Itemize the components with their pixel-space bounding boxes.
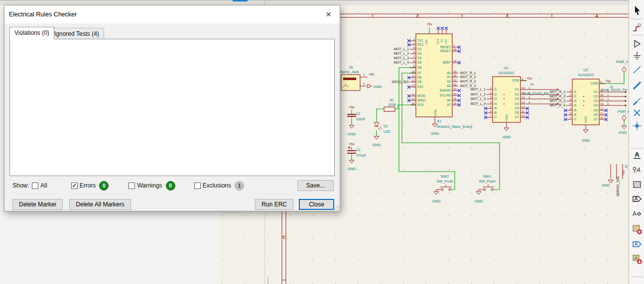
sheet-pin-icon: A [632, 254, 643, 265]
no-connect-flag-icon [632, 107, 643, 118]
place-symbol-icon [632, 38, 643, 49]
tool-draw-bus[interactable] [631, 80, 643, 92]
close-icon[interactable]: ✕ [317, 5, 340, 23]
tool-netclass-directive[interactable]: A [631, 164, 643, 176]
tool-junction[interactable] [631, 120, 643, 132]
svg-text:A: A [636, 167, 641, 174]
import-sheet-pin-icon: A [632, 239, 643, 250]
erc-dialog: Electrical Rules Checker ✕ Violations (0… [4, 5, 340, 211]
toolbar-separator [631, 148, 643, 149]
svg-text:A: A [635, 241, 638, 247]
selection-cursor-icon [632, 5, 643, 16]
tool-bus-entry[interactable] [631, 95, 643, 107]
tool-highlight-net[interactable] [631, 22, 643, 34]
tool-import-sheet-pin[interactable]: A [631, 238, 643, 250]
draw-wire-icon [632, 64, 643, 75]
tool-net-label[interactable]: A [631, 149, 643, 161]
place-power-port-icon [632, 50, 643, 61]
tool-hierarchical-label[interactable]: A [631, 208, 643, 220]
svg-text:A: A [635, 196, 638, 201]
exclusions-count-badge: 1 [235, 181, 244, 190]
warnings-count-badge: 0 [166, 181, 175, 190]
toolbar-separator [631, 35, 643, 35]
right-toolbar: AAAAAA [629, 0, 644, 284]
app-window: 1TX12RX15D2MOT_L_16D3MOT_L_27D4MOT_L_38D… [0, 0, 644, 284]
hierarchical-label-icon: A [632, 208, 643, 219]
delete-all-markers-button[interactable]: Delete All Markers [69, 199, 130, 210]
tool-selection-cursor[interactable] [631, 4, 643, 16]
checkbox-exclusions-label[interactable]: Exclusions [203, 182, 231, 189]
toolbar-separator [631, 277, 643, 277]
close-button[interactable]: Close [299, 199, 334, 210]
tool-place-symbol[interactable] [631, 38, 643, 50]
checkbox-errors-label[interactable]: Errors [80, 182, 96, 189]
junction-icon [632, 120, 643, 131]
tool-no-connect-flag[interactable] [631, 107, 643, 119]
svg-text:A: A [633, 210, 637, 217]
tab-ignored[interactable]: Ignored Tests (4) [49, 28, 104, 39]
checkbox-warnings[interactable] [129, 183, 135, 189]
tool-sheet-pin[interactable]: A [631, 253, 643, 265]
tool-global-label[interactable]: A [631, 193, 643, 205]
rule-area-icon [632, 179, 643, 190]
toolbar-separator [631, 19, 643, 19]
dialog-title: Electrical Rules Checker [9, 5, 77, 23]
checkbox-all-label[interactable]: All [40, 182, 47, 189]
draw-bus-icon [632, 80, 643, 91]
hierarchical-sheet-icon [632, 224, 643, 235]
tab-violations[interactable]: Violations (0) [9, 27, 54, 39]
dialog-button-row: Delete Marker Delete All Markers Run ERC… [12, 198, 334, 210]
tool-hierarchical-sheet[interactable] [631, 223, 643, 235]
filter-row: Show: All ✓ Errors 0 Warnings 0 Exclusio… [12, 180, 334, 191]
window-edge [268, 277, 268, 284]
checkbox-warnings-label[interactable]: Warnings [137, 182, 162, 189]
errors-count-badge: 0 [99, 181, 109, 190]
window-top-strip [0, 0, 629, 5]
violations-list[interactable] [9, 39, 335, 176]
highlight-net-icon [632, 22, 643, 33]
tool-place-power-port[interactable] [631, 50, 643, 62]
global-label-icon: A [632, 193, 643, 204]
checkbox-all[interactable] [32, 183, 38, 189]
tool-draw-wire[interactable] [631, 64, 643, 76]
svg-text:A: A [635, 151, 640, 158]
netclass-directive-icon: A [632, 165, 643, 176]
bus-entry-icon [632, 95, 643, 106]
active-tab-indicator [233, 0, 248, 1]
show-label: Show: [12, 182, 29, 189]
net-label-icon: A [632, 150, 643, 161]
strip-divider [264, 0, 265, 5]
dialog-titlebar[interactable]: Electrical Rules Checker ✕ [4, 5, 340, 23]
checkbox-exclusions[interactable] [194, 183, 201, 189]
tool-rule-area[interactable] [631, 179, 643, 190]
run-erc-button[interactable]: Run ERC [255, 199, 293, 210]
save-button[interactable]: Save... [297, 180, 334, 191]
svg-text:A: A [635, 256, 638, 261]
checkbox-errors[interactable]: ✓ [71, 183, 78, 189]
delete-marker-button[interactable]: Delete Marker [12, 199, 63, 210]
